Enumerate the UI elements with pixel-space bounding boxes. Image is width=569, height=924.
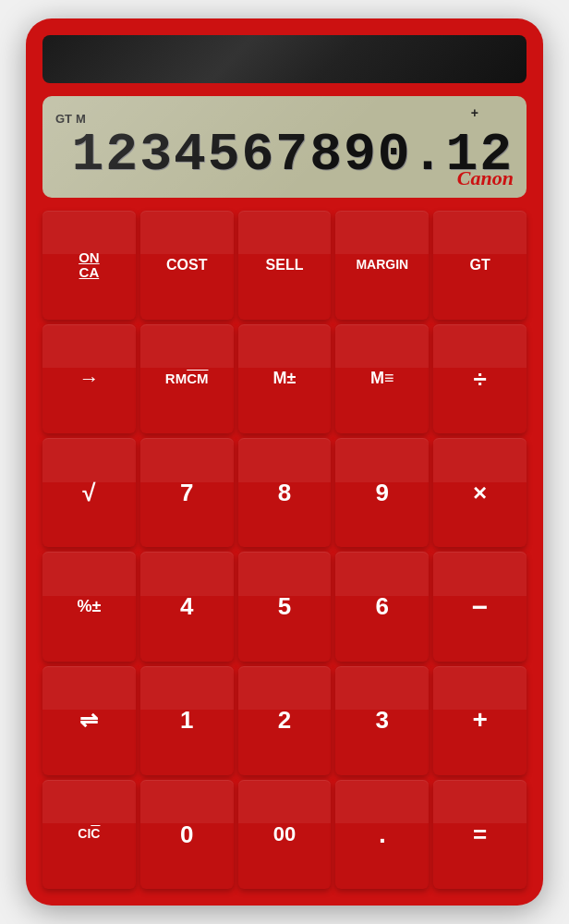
btn-cost[interactable]: COST [140,211,234,320]
btn-m-equals[interactable]: M≡ [335,324,429,433]
btn-on-ca[interactable]: ON CA [42,211,136,320]
btn-divide[interactable]: ÷ [433,324,527,433]
btn-gt[interactable]: GT [433,211,527,320]
solar-panel [42,35,527,83]
btn-decimal[interactable]: . [335,780,429,889]
btn-multiply[interactable]: × [433,438,527,547]
btn-percent-pm[interactable]: %± [42,552,136,661]
btn-equals[interactable]: = [433,780,527,889]
brand-label: Canon [457,166,514,190]
calculator: GT M 1234567890.12 + Canon ON CA COST SE… [26,18,543,906]
btn-m-plus-minus[interactable]: M± [238,324,332,433]
btn-2[interactable]: 2 [238,666,332,775]
display-area: GT M 1234567890.12 + Canon [42,96,527,198]
btn-arrow-right[interactable]: → [42,324,136,433]
btn-plus[interactable]: + [433,666,527,775]
btn-00[interactable]: 00 [238,780,332,889]
btn-sqrt[interactable]: √ [42,438,136,547]
btn-9[interactable]: 9 [335,438,429,547]
btn-1[interactable]: 1 [140,666,234,775]
btn-8[interactable]: 8 [238,438,332,547]
btn-0[interactable]: 0 [140,780,234,889]
btn-rm-cm[interactable]: RM CM [140,324,234,433]
display-indicators: GT M [55,113,514,125]
plus-indicator: + [471,105,478,120]
btn-minus[interactable]: − [433,552,527,661]
btn-exchange[interactable]: ⇌ [42,666,136,775]
button-grid: ON CA COST SELL MARGIN GT → RM CM M± M≡ … [42,211,527,889]
btn-5[interactable]: 5 [238,552,332,661]
btn-4[interactable]: 4 [140,552,234,661]
btn-6[interactable]: 6 [335,552,429,661]
m-indicator: M [76,113,86,125]
btn-7[interactable]: 7 [140,438,234,547]
display-number: 1234567890.12 [55,128,514,182]
btn-margin[interactable]: MARGIN [335,211,429,320]
btn-3[interactable]: 3 [335,666,429,775]
gt-indicator: GT [55,113,72,125]
btn-ci-c[interactable]: CI C [42,780,136,889]
btn-sell[interactable]: SELL [238,211,332,320]
